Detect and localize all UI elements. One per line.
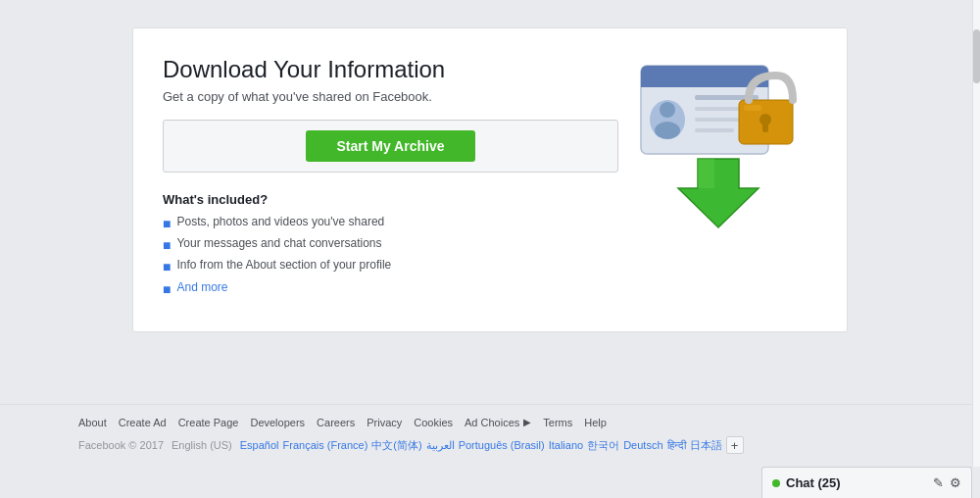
lang-deutsch[interactable]: Deutsch	[623, 439, 662, 451]
scrollbar-thumb[interactable]	[973, 29, 980, 83]
chat-bar[interactable]: Chat (25) ✎ ⚙	[761, 467, 972, 498]
illustration-svg	[631, 46, 817, 232]
svg-rect-4	[695, 107, 744, 111]
start-archive-button[interactable]: Start My Archive	[306, 130, 476, 162]
chat-online-dot	[772, 479, 780, 487]
list-item: ■ Your messages and chat conversations	[163, 236, 631, 254]
footer-nav: About Create Ad Create Page Developers C…	[78, 417, 894, 428]
footer-current-lang: English (US)	[172, 439, 232, 451]
archive-button-container: Start My Archive	[163, 120, 618, 173]
bullet-icon: ■	[163, 236, 171, 254]
svg-point-9	[655, 122, 680, 139]
svg-marker-14	[678, 159, 759, 227]
card-title: Download Your Information	[163, 56, 631, 83]
lang-chinese-simplified[interactable]: 中文(简体)	[371, 438, 421, 453]
svg-rect-6	[695, 128, 734, 132]
bullet-icon: ■	[163, 280, 171, 298]
list-item-text-2: Your messages and chat conversations	[176, 236, 381, 250]
lang-plus-button[interactable]: +	[726, 436, 744, 454]
card-left-content: Download Your Information Get a copy of …	[163, 56, 631, 302]
scrollbar-track	[972, 0, 980, 467]
bullet-icon: ■	[163, 215, 171, 232]
whats-included-title: What's included?	[163, 192, 631, 207]
list-item-text-1: Posts, photos and videos you've shared	[176, 215, 384, 228]
footer-link-cookies[interactable]: Cookies	[414, 417, 453, 428]
footer-copyright: Facebook © 2017	[78, 439, 164, 451]
lang-espanol[interactable]: Español	[240, 439, 279, 451]
chat-edit-icon[interactable]: ✎	[933, 475, 944, 490]
footer: About Create Ad Create Page Developers C…	[0, 404, 972, 454]
card-subtitle: Get a copy of what you've shared on Face…	[163, 89, 631, 104]
footer-link-developers[interactable]: Developers	[250, 417, 305, 428]
lang-arabic[interactable]: العربية	[426, 439, 455, 452]
list-item: ■ Posts, photos and videos you've shared	[163, 215, 631, 232]
lang-korean[interactable]: 한국어	[587, 438, 619, 453]
footer-link-help[interactable]: Help	[584, 417, 607, 428]
svg-rect-13	[744, 105, 761, 111]
list-item-and-more: ■ And more	[163, 280, 631, 298]
footer-link-create-ad[interactable]: Create Ad	[119, 417, 167, 428]
footer-link-careers[interactable]: Careers	[317, 417, 355, 428]
svg-rect-12	[762, 123, 768, 132]
chat-settings-icon[interactable]: ⚙	[950, 475, 961, 490]
list-item-text-3: Info from the About section of your prof…	[176, 258, 391, 272]
download-info-card: Download Your Information Get a copy of …	[132, 27, 848, 332]
whats-included-section: What's included? ■ Posts, photos and vid…	[163, 192, 631, 298]
lang-japanese[interactable]: 日本語	[690, 438, 722, 453]
included-list: ■ Posts, photos and videos you've shared…	[163, 215, 631, 298]
lang-portuguese-brazil[interactable]: Português (Brasil)	[459, 439, 545, 451]
footer-lang-links: Español Français (France) 中文(简体) العربية…	[240, 436, 744, 454]
main-content: Download Your Information Get a copy of …	[0, 0, 980, 332]
footer-bottom: Facebook © 2017 English (US) Español Fra…	[78, 436, 894, 454]
and-more-link[interactable]: And more	[176, 280, 227, 294]
lang-hindi[interactable]: हिन्दी	[667, 439, 686, 452]
ad-choices-icon: ▶	[523, 417, 531, 428]
list-item: ■ Info from the About section of your pr…	[163, 258, 631, 275]
lang-francais[interactable]: Français (France)	[283, 439, 368, 451]
bullet-icon: ■	[163, 258, 171, 275]
card-illustration	[631, 46, 817, 232]
footer-link-ad-choices[interactable]: Ad Choices	[465, 417, 519, 428]
footer-link-privacy[interactable]: Privacy	[367, 417, 402, 428]
chat-label: Chat (25)	[786, 475, 927, 490]
svg-point-8	[660, 102, 675, 118]
footer-link-terms[interactable]: Terms	[543, 417, 572, 428]
footer-link-create-page[interactable]: Create Page	[178, 417, 239, 428]
footer-link-about[interactable]: About	[78, 417, 107, 428]
lang-italiano[interactable]: Italiano	[549, 439, 583, 451]
svg-marker-15	[698, 159, 714, 188]
page-wrapper: Download Your Information Get a copy of …	[0, 0, 980, 498]
